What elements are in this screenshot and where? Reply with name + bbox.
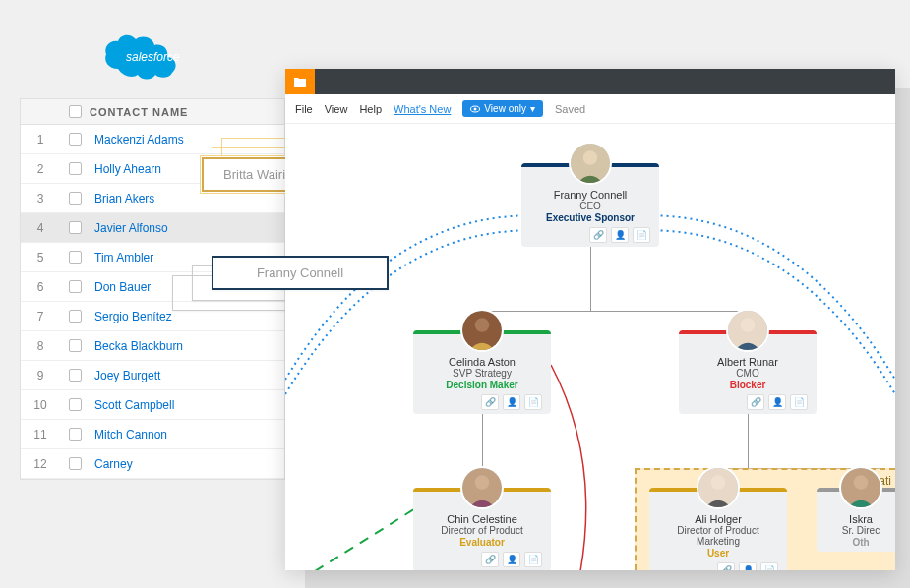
svg-point-1	[474, 107, 477, 110]
person-icon[interactable]: 👤	[768, 394, 786, 410]
row-checkbox[interactable]	[69, 398, 82, 411]
link-icon[interactable]: 🔗	[747, 394, 764, 410]
org-node-ceo[interactable]: Franny Connell CEO Executive Sponsor 🔗 👤…	[521, 163, 659, 247]
person-icon[interactable]: 👤	[503, 394, 520, 410]
row-checkbox[interactable]	[69, 192, 82, 205]
chevron-down-icon: ▾	[530, 103, 535, 114]
salesforce-logo: salesforce	[98, 29, 187, 92]
logo-text: salesforce	[126, 50, 180, 64]
svg-point-13	[854, 475, 869, 490]
table-row[interactable]: 12Carney	[21, 449, 284, 479]
row-checkbox[interactable]	[69, 221, 82, 234]
drag-card-franny[interactable]: Franny Connell	[212, 256, 389, 290]
table-row[interactable]: 4Javier Alfonso	[21, 213, 284, 243]
saved-status: Saved	[555, 103, 585, 115]
svg-point-3	[583, 150, 598, 165]
avatar	[460, 309, 504, 352]
menu-file[interactable]: File	[295, 103, 313, 115]
select-all-checkbox[interactable]	[69, 105, 82, 118]
notes-icon[interactable]: 📄	[633, 227, 650, 243]
row-checkbox[interactable]	[69, 369, 82, 382]
table-row[interactable]: 11Mitch Cannon	[21, 420, 284, 449]
org-node-iskra[interactable]: Iskra Sr. Direc Oth	[817, 488, 895, 552]
avatar	[839, 466, 882, 509]
row-checkbox[interactable]	[69, 457, 82, 470]
table-row[interactable]: 8Becka Blackburn	[21, 331, 284, 361]
avatar	[726, 309, 769, 352]
org-node-ali[interactable]: Ali Holger Director of Product Marketing…	[649, 488, 787, 570]
person-icon[interactable]: 👤	[611, 227, 629, 243]
link-icon[interactable]: 🔗	[717, 562, 735, 570]
menu-view[interactable]: View	[325, 103, 348, 115]
link-icon[interactable]: 🔗	[589, 227, 607, 243]
row-checkbox[interactable]	[69, 310, 82, 323]
notes-icon[interactable]: 📄	[790, 394, 808, 410]
svg-point-5	[475, 318, 490, 332]
person-icon[interactable]: 👤	[739, 562, 757, 570]
eye-icon	[470, 105, 480, 113]
row-checkbox[interactable]	[69, 280, 82, 293]
orgchart-canvas[interactable]: Evaluati Franny Connell CEO Executive Sp…	[285, 124, 895, 570]
notes-icon[interactable]: 📄	[524, 394, 542, 410]
row-checkbox[interactable]	[69, 133, 82, 146]
whats-new-link[interactable]: What's New	[394, 103, 451, 115]
folder-tab[interactable]	[285, 69, 315, 94]
row-checkbox[interactable]	[69, 428, 82, 441]
avatar	[460, 466, 504, 509]
notes-icon[interactable]: 📄	[524, 552, 542, 567]
menu-help[interactable]: Help	[359, 103, 382, 115]
notes-icon[interactable]: 📄	[760, 562, 778, 570]
svg-point-9	[475, 475, 490, 490]
avatar	[697, 466, 740, 509]
person-icon[interactable]: 👤	[503, 552, 520, 567]
svg-point-7	[741, 318, 756, 332]
view-only-button[interactable]: View only ▾	[462, 100, 543, 117]
contact-header-label: CONTACT NAME	[90, 106, 284, 118]
link-icon[interactable]: 🔗	[481, 394, 499, 410]
menubar: File View Help What's New View only ▾ Sa…	[285, 94, 895, 124]
org-node-albert[interactable]: Albert Runar CMO Blocker 🔗 👤 📄	[679, 330, 817, 414]
orgchart-window: File View Help What's New View only ▾ Sa…	[285, 69, 895, 570]
table-row[interactable]: 9Joey Burgett	[21, 361, 284, 390]
titlebar[interactable]	[285, 69, 895, 94]
link-icon[interactable]: 🔗	[481, 552, 499, 567]
org-node-celinda[interactable]: Celinda Aston SVP Strategy Decision Make…	[413, 330, 551, 414]
connector	[482, 311, 748, 312]
avatar	[569, 142, 612, 185]
row-checkbox[interactable]	[69, 339, 82, 352]
contact-header-row: CONTACT NAME	[21, 99, 284, 125]
folder-icon	[293, 76, 307, 88]
row-checkbox[interactable]	[69, 162, 82, 175]
row-checkbox[interactable]	[69, 251, 82, 264]
org-node-chin[interactable]: Chin Celestine Director of Product Evalu…	[413, 488, 551, 570]
svg-point-11	[711, 475, 726, 490]
table-row[interactable]: 10Scott Campbell	[21, 390, 284, 420]
